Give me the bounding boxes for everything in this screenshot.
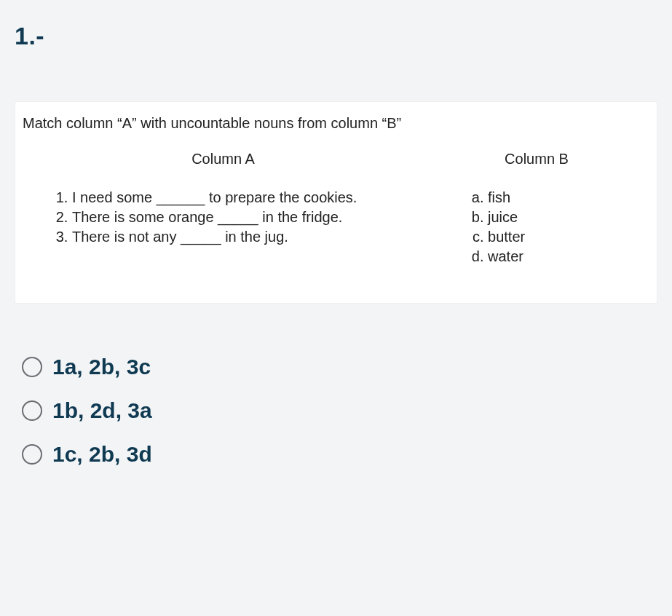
column-b-item: fish	[488, 188, 649, 208]
radio-icon	[22, 444, 42, 465]
column-b-header: Column B	[424, 151, 649, 167]
column-b: Column B fish juice butter water	[424, 151, 649, 266]
answer-label: 1a, 2b, 3c	[52, 355, 151, 379]
answer-option-3[interactable]: 1c, 2b, 3d	[22, 442, 657, 467]
column-a: Column A I need some ______ to prepare t…	[23, 151, 424, 266]
answer-option-2[interactable]: 1b, 2d, 3a	[22, 398, 657, 423]
column-a-item: There is not any _____ in the jug.	[72, 227, 424, 247]
answer-label: 1b, 2d, 3a	[52, 398, 152, 423]
answer-label: 1c, 2b, 3d	[52, 442, 152, 467]
column-a-header: Column A	[23, 151, 424, 167]
column-b-item: butter	[488, 227, 649, 247]
answer-option-1[interactable]: 1a, 2b, 3c	[22, 355, 657, 379]
question-prompt-box: Match column “A” with uncountable nouns …	[15, 101, 657, 304]
radio-icon	[22, 357, 42, 377]
column-a-item: There is some orange _____ in the fridge…	[72, 208, 424, 227]
column-b-item: water	[488, 247, 649, 266]
column-b-item: juice	[488, 208, 649, 227]
radio-icon	[22, 400, 42, 421]
instruction-text: Match column “A” with uncountable nouns …	[23, 115, 649, 132]
column-a-item: I need some ______ to prepare the cookie…	[72, 188, 424, 208]
answer-options: 1a, 2b, 3c 1b, 2d, 3a 1c, 2b, 3d	[15, 355, 657, 467]
question-number: 1.-	[15, 22, 657, 50]
